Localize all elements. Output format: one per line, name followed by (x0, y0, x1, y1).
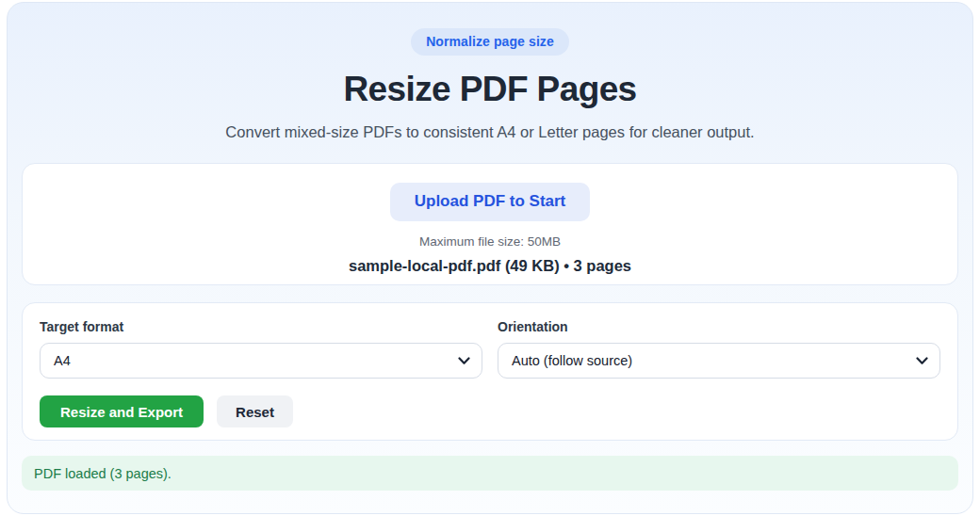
orientation-field: Orientation Auto (follow source) (498, 319, 940, 379)
target-format-field: Target format A4 (40, 319, 482, 379)
page-header: Normalize page size Resize PDF Pages Con… (8, 3, 972, 141)
chevron-down-icon (915, 354, 928, 367)
target-format-value: A4 (54, 353, 71, 368)
loaded-file-info: sample-local-pdf.pdf (49 KB) • 3 pages (349, 257, 631, 275)
upload-pdf-button[interactable]: Upload PDF to Start (390, 183, 591, 221)
orientation-select[interactable]: Auto (follow source) (498, 343, 940, 379)
status-bar: PDF loaded (3 pages). (22, 456, 958, 491)
orientation-label: Orientation (498, 319, 940, 334)
max-file-size-note: Maximum file size: 50MB (419, 234, 561, 249)
page-title: Resize PDF Pages (8, 72, 972, 108)
options-grid: Target format A4 Orientation Auto (follo… (40, 319, 940, 379)
status-message: PDF loaded (3 pages). (34, 466, 172, 481)
upload-card: Upload PDF to Start Maximum file size: 5… (22, 163, 958, 285)
normalize-badge: Normalize page size (411, 28, 569, 56)
action-buttons-row: Resize and Export Reset (40, 395, 940, 427)
resize-and-export-button[interactable]: Resize and Export (40, 395, 204, 427)
app-shell: Normalize page size Resize PDF Pages Con… (7, 2, 973, 514)
target-format-select[interactable]: A4 (40, 343, 482, 379)
target-format-label: Target format (40, 319, 482, 334)
reset-button[interactable]: Reset (217, 395, 293, 427)
page-subtitle: Convert mixed-size PDFs to consistent A4… (8, 123, 972, 141)
options-card: Target format A4 Orientation Auto (follo… (22, 302, 958, 441)
chevron-down-icon (457, 354, 470, 367)
orientation-value: Auto (follow source) (512, 353, 632, 368)
